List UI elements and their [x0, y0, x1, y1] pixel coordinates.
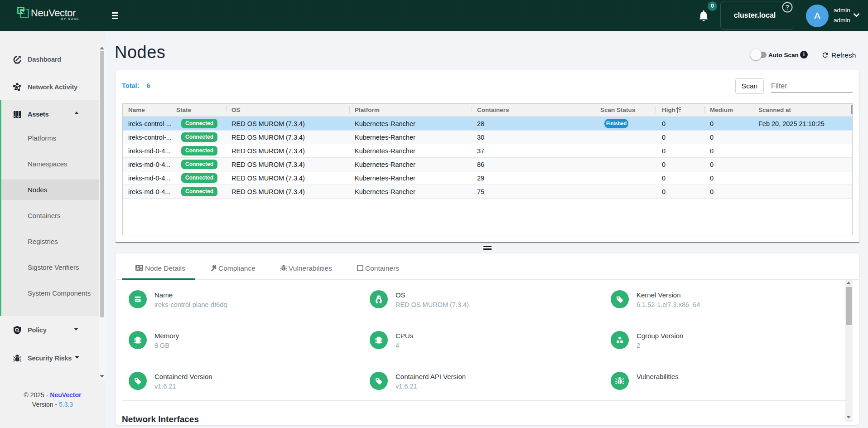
svg-text:?: ?: [786, 4, 790, 11]
svg-text:BY SUSE: BY SUSE: [61, 17, 79, 21]
